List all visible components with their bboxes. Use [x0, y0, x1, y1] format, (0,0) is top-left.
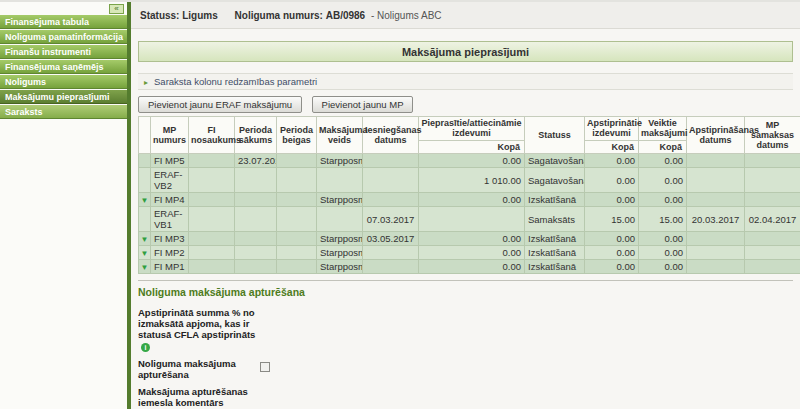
- cell-perioda-beigas: [277, 168, 317, 193]
- suspension-comment-label: Maksājuma apturēšanas iemesla komentārs: [138, 386, 256, 408]
- cell-mp-numurs: FI MP4: [151, 193, 189, 207]
- cell-perioda-sakums: [235, 207, 277, 232]
- download-arrow-icon[interactable]: ▼: [141, 196, 149, 205]
- cell-mp-numurs: ERAF-VB1: [151, 207, 189, 232]
- info-icon[interactable]: i: [141, 343, 150, 352]
- cell-statuss: Sagatavošanā: [525, 168, 585, 193]
- cell-fi-nosaukums: [189, 207, 235, 232]
- cell-veiktie-kopa: 0.00: [639, 154, 687, 168]
- cell-apstiprinasanas-datums: [687, 154, 745, 168]
- cell-pieprasitie-kopa: 1 010.00: [419, 168, 525, 193]
- cell-apstiprinatie-kopa: 0.00: [585, 193, 639, 207]
- cell-perioda-beigas: [277, 154, 317, 168]
- cell-statuss: Izskatīšanā: [525, 260, 585, 274]
- cell-pieprasitie-kopa: 0.00: [419, 232, 525, 246]
- table-row[interactable]: FI MP523.07.2018Starpposma0.00Sagatavoša…: [139, 154, 800, 168]
- cell-apstiprinasanas-datums: 20.03.2017: [687, 207, 745, 232]
- cell-iesniegsanas-datums: [363, 193, 419, 207]
- suspension-comment-row: Maksājuma apturēšanas iemesla komentārs: [138, 386, 793, 408]
- suspend-payment-checkbox[interactable]: [260, 362, 270, 372]
- cell-veiktie-kopa: 0.00: [639, 168, 687, 193]
- table-row[interactable]: ▼FI MP4Starpposma0.00Izskatīšanā0.000.00: [139, 193, 800, 207]
- table-row[interactable]: ▼FI MP1Starpposma0.00Izskatīšanā0.000.00: [139, 260, 800, 274]
- sidebar-item-saraksts[interactable]: Saraksts: [0, 105, 127, 119]
- col-header-pieprasitie: Pieprasītie/attiecināmie izdevumi: [419, 117, 525, 141]
- table-row[interactable]: ▼FI MP2Starpposma0.00Izskatīšanā0.000.00: [139, 246, 800, 260]
- table-row[interactable]: ▼FI MP3Starpposma03.05.20170.00Izskatīša…: [139, 232, 800, 246]
- row-left-icon-cell: [139, 207, 151, 232]
- sidebar-item-noligums[interactable]: Noligums: [0, 75, 127, 89]
- col-header-mp-numurs: MP numurs: [151, 117, 189, 154]
- col-header-perioda-sakums: Perioda sākums: [235, 117, 277, 154]
- suspension-section-title: Noliguma maksājuma apturēšana: [138, 286, 793, 298]
- subheader-kopa-veiktie: Kopā: [639, 140, 687, 153]
- cell-veiktie-kopa: 15.00: [639, 207, 687, 232]
- sidebar-item-noliguma-pamatinformacija[interactable]: Noliguma pamatinformācija: [0, 30, 127, 44]
- download-arrow-icon[interactable]: ▼: [141, 263, 149, 272]
- subheader-kopa-apstiprinatie: Kopā: [585, 140, 639, 153]
- row-left-icon-cell: ▼: [139, 260, 151, 274]
- cell-perioda-sakums: [235, 260, 277, 274]
- cell-pieprasitie-kopa: 0.00: [419, 193, 525, 207]
- col-header-statuss: Statuss: [525, 117, 585, 154]
- cell-mp-numurs: ERAF-VB2: [151, 168, 189, 193]
- column-visibility-toggle[interactable]: ▸Saraksta kolonu redzamības parametri: [138, 73, 793, 90]
- col-header-apstiprinatie: Apstiprinātie izdevumi: [585, 117, 639, 141]
- table-row[interactable]: ERAF-VB107.03.2017Samaksāts15.0015.0020.…: [139, 207, 800, 232]
- agreement-number-value: AB/0986: [326, 10, 365, 21]
- cell-mp-samaksas-datums: [745, 246, 800, 260]
- cell-maksajuma-veids: Starpposma: [317, 154, 363, 168]
- approved-sum-percent-text: Apstiprinātā summa % no izmaksātā apjoma…: [138, 307, 255, 340]
- cell-fi-nosaukums: [189, 168, 235, 193]
- sidebar: « Finansējuma tabula Noliguma pamatinfor…: [0, 2, 127, 409]
- row-left-icon-cell: ▼: [139, 193, 151, 207]
- row-left-icon-cell: ▼: [139, 246, 151, 260]
- cell-iesniegsanas-datums: [363, 260, 419, 274]
- add-eraf-payment-button[interactable]: Pievienot jaunu ERAF maksājumu: [138, 96, 302, 113]
- sidebar-item-finansu-instrumenti[interactable]: Finanšu instrumenti: [0, 45, 127, 59]
- cell-mp-numurs: FI MP5: [151, 154, 189, 168]
- cell-iesniegsanas-datums: [363, 154, 419, 168]
- cell-apstiprinatie-kopa: 0.00: [585, 246, 639, 260]
- payment-suspension-section: Noliguma maksājuma apturēšana Apstiprinā…: [138, 280, 793, 409]
- cell-pieprasitie-kopa: 0.00: [419, 154, 525, 168]
- row-left-icon-cell: [139, 168, 151, 193]
- cell-veiktie-kopa: 0.00: [639, 246, 687, 260]
- add-mp-button[interactable]: Pievienot jaunu MP: [312, 96, 414, 113]
- table-row[interactable]: ERAF-VB21 010.00Sagatavošanā0.000.00: [139, 168, 800, 193]
- main-panel: Statuss: Ligums Noliguma numurs: AB/0986…: [127, 2, 800, 409]
- download-arrow-icon[interactable]: ▼: [141, 235, 149, 244]
- download-arrow-icon[interactable]: ▼: [141, 249, 149, 258]
- cell-maksajuma-veids: Starpposma: [317, 193, 363, 207]
- sidebar-item-maksajumu-pieprasijumi[interactable]: Maksājumu pieprasījumi: [0, 90, 127, 104]
- approved-sum-percent-row: Apstiprinātā summa % no izmaksātā apjoma…: [138, 307, 793, 352]
- cell-maksajuma-veids: Starpposma: [317, 246, 363, 260]
- row-left-icon-cell: [139, 154, 151, 168]
- cell-perioda-beigas: [277, 193, 317, 207]
- col-header-veiktie: Veiktie maksājumi: [639, 117, 687, 141]
- cell-statuss: Izskatīšanā: [525, 246, 585, 260]
- cell-iesniegsanas-datums: 07.03.2017: [363, 207, 419, 232]
- mp-table: MP numurs FI nosaukums Perioda sākums Pe…: [138, 116, 800, 274]
- cell-maksajuma-veids: Starpposma: [317, 260, 363, 274]
- status-value: Ligums: [182, 10, 218, 21]
- cell-fi-nosaukums: [189, 246, 235, 260]
- cell-perioda-beigas: [277, 260, 317, 274]
- cell-perioda-sakums: [235, 168, 277, 193]
- sidebar-item-finansejuma-tabula[interactable]: Finansējuma tabula: [0, 15, 127, 29]
- cell-apstiprinasanas-datums: [687, 193, 745, 207]
- sidebar-collapse-icon[interactable]: «: [109, 4, 124, 14]
- cell-fi-nosaukums: [189, 232, 235, 246]
- cell-apstiprinatie-kopa: 0.00: [585, 232, 639, 246]
- cell-mp-samaksas-datums: [745, 232, 800, 246]
- agreement-name: - Noligums ABC: [371, 10, 442, 21]
- sidebar-item-finansejuma-sanemejs[interactable]: Finansējuma saņēmējs: [0, 60, 127, 74]
- cell-perioda-sakums: [235, 232, 277, 246]
- cell-perioda-sakums: 23.07.2018: [235, 154, 277, 168]
- subheader-kopa-pieprasitie: Kopā: [419, 140, 525, 153]
- cell-apstiprinatie-kopa: 0.00: [585, 260, 639, 274]
- cell-mp-samaksas-datums: [745, 260, 800, 274]
- cell-mp-samaksas-datums: [745, 154, 800, 168]
- content-area: Maksājuma pieprasījumi ▸Saraksta kolonu …: [131, 41, 800, 409]
- cell-pieprasitie-kopa: 0.00: [419, 260, 525, 274]
